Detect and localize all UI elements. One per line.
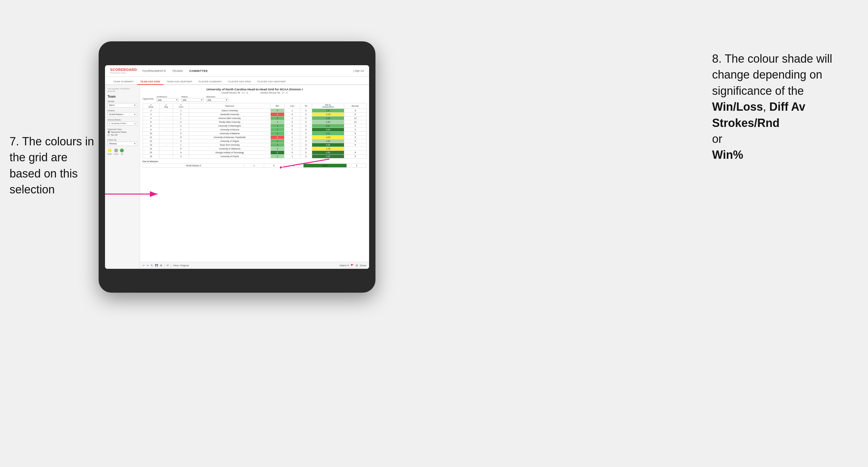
division-label: Division <box>107 110 137 112</box>
nav-links: TOURNAMENTS TEAMS COMMITTEE <box>142 69 208 72</box>
tab-player-h2h-grid[interactable]: PLAYER H2H GRID <box>225 80 254 85</box>
tab-player-h2h-heatmap[interactable]: PLAYER H2H HEATMAP <box>254 80 289 85</box>
nav-tournaments[interactable]: TOURNAMENTS <box>142 69 166 72</box>
legend-dot-up <box>120 149 124 152</box>
grid-area: University of North Carolina Head-to-Hea… <box>140 85 369 269</box>
division-dropdown[interactable]: NCAA Division I ▾ <box>107 112 137 117</box>
table-row: 12 3 University of Virginia 1 0 0 2.33 3 <box>143 139 367 143</box>
legend-dot-level <box>114 149 118 152</box>
radio-dot-2 <box>107 134 110 136</box>
sub-nav: TEAM SUMMARY TEAM H2H GRID TEAM H2H HEAT… <box>105 77 369 85</box>
col-rounds: Rounds <box>344 103 366 109</box>
table-row: 3 2 Vanderbilt University 0 4 0 -2.29 8 <box>143 113 367 117</box>
nav-bar: SCOREBOARD Powered by clippd TOURNAMENTS… <box>105 65 369 77</box>
main-content: Last Updated: 27/03/2024 16:55:28 Team G… <box>105 85 369 269</box>
annotation-left: 7. The colours in the grid are based on … <box>9 134 102 198</box>
out-of-division-table: NCAA Division II 1 0 0 26.00 3 <box>143 163 367 168</box>
region-filter: Region (All) ▾ <box>181 96 204 102</box>
table-row: 15 4 Georgia Institute of Technology 5 0… <box>143 151 367 155</box>
col-rank: #Rank <box>143 103 159 109</box>
table-row: 2 - 1 Auburn University 2 1 0 1.67 9 <box>143 109 367 113</box>
toolbar-flag[interactable]: 🚩 <box>351 264 354 267</box>
tab-team-h2h-heatmap[interactable]: TEAM H2H HEATMAP <box>163 80 196 85</box>
nav-committee[interactable]: COMMITTEE <box>189 69 208 72</box>
legend-level: Level <box>114 149 118 155</box>
table-row: 13 - 1 Texas Tech University 3 0 0 5.56 … <box>143 143 367 147</box>
toolbar-refresh[interactable]: ↻ <box>151 264 153 267</box>
logo: SCOREBOARD <box>110 68 137 71</box>
opponent-select[interactable]: (All) ▾ <box>206 98 228 102</box>
gender-label: Gender <box>107 100 137 102</box>
opponent-filter: Opponent (All) ▾ <box>206 96 228 102</box>
logo-sub: Powered by clippd <box>110 72 137 74</box>
radio-opponents-played[interactable]: Opponents Played <box>107 131 137 133</box>
toolbar-share[interactable]: Share <box>360 264 367 267</box>
tab-team-summary[interactable]: TEAM SUMMARY <box>110 80 137 85</box>
conference-select[interactable]: (All) ▾ <box>157 98 179 102</box>
toolbar-bottom: ↩ ↪ ↻ 💾 ⊞ ⏱ View: Original Watch ▾ 🚩 ⊞ S… <box>140 262 369 269</box>
filter-row: Opponents: Conference (All) ▾ Region (Al… <box>143 96 367 102</box>
region-select[interactable]: (All) ▾ <box>181 98 204 102</box>
toolbar-view[interactable]: View: Original <box>173 264 189 267</box>
arrow-left <box>105 189 162 199</box>
left-panel: Last Updated: 27/03/2024 16:55:28 Team G… <box>105 85 140 269</box>
toolbar-layout[interactable]: ⊞ <box>356 264 358 267</box>
radio-top100[interactable]: Top 100 <box>107 134 137 136</box>
legend-up: Up <box>120 149 124 155</box>
toolbar-divider-2 <box>171 264 171 268</box>
tab-team-h2h-grid[interactable]: TEAM H2H GRID <box>137 80 163 85</box>
out-of-division-row: NCAA Division II 1 0 0 26.00 3 <box>143 164 367 168</box>
col-tie: Tie <box>300 103 312 109</box>
table-row: 4 - 1 Arizona State University 5 1 0 2.2… <box>143 117 367 120</box>
opponent-view: Opponent View Opponents Played Top 100 <box>107 128 137 136</box>
col-opponent: Opponent <box>189 103 271 109</box>
conference-filter: Conference (All) ▾ <box>157 96 179 102</box>
arrow-right <box>280 156 331 172</box>
table-row: 14 5 University of Oklahoma 3 1 0 -1.00 <box>143 147 367 151</box>
annotation-right: 8. The colour shade will change dependin… <box>712 51 865 163</box>
nav-teams[interactable]: TEAMS <box>172 69 183 72</box>
out-of-division-label: Out of division <box>143 160 367 162</box>
col-diff: Diff AvStrokes/Rnd <box>312 103 344 109</box>
legend-dot-down <box>108 149 112 152</box>
table-row: 6 2 Florida State University 4 2 0 1.83 … <box>143 120 367 124</box>
table-row: 8 2 University of Washington 1 0 0 3.67 … <box>143 124 367 128</box>
col-win: Win <box>271 103 284 109</box>
school-dropdown[interactable]: 1. University of Nort... ▾ <box>107 122 137 126</box>
toolbar-clock[interactable]: ⏱ <box>166 264 169 267</box>
toolbar-grid[interactable]: ⊞ <box>160 264 162 267</box>
gender-dropdown[interactable]: Men's ▾ <box>107 103 137 107</box>
colour-legend: Down Level Up <box>107 149 137 155</box>
toolbar-save[interactable]: 💾 <box>155 264 158 267</box>
team-label: Team <box>107 95 137 98</box>
radio-dot-1 <box>107 131 110 133</box>
toolbar-undo[interactable]: ↩ <box>143 264 145 267</box>
col-conf: #Conf <box>173 103 189 109</box>
col-reg: #Reg <box>159 103 173 109</box>
tablet-frame: SCOREBOARD Powered by clippd TOURNAMENTS… <box>99 41 375 293</box>
toolbar-watch[interactable]: Watch ▾ <box>340 264 349 267</box>
toolbar-divider-1 <box>164 264 164 268</box>
legend-down: Down <box>107 149 112 155</box>
toolbar-redo[interactable]: ↪ <box>147 264 149 267</box>
table-row: 10 5 University of Alabama 3 0 0 2.61 8 <box>143 132 367 135</box>
table-row: 11 6 University of Arkansas, Fayettevill… <box>143 135 367 139</box>
table-row: 16 2 University of Florida 3 1 0 6.62 9 <box>143 155 367 158</box>
colour-by-dropdown[interactable]: Win/loss ▾ <box>107 142 137 146</box>
tab-player-summary[interactable]: PLAYER SUMMARY <box>195 80 225 85</box>
data-table: #Rank #Reg #Conf Opponent Win Loss Tie D… <box>143 103 367 158</box>
sign-out[interactable]: | Sign out <box>353 69 364 72</box>
last-updated: Last Updated: 27/03/2024 16:55:28 <box>107 88 137 93</box>
colour-by-section: Colour by Win/loss ▾ <box>107 139 137 146</box>
table-row: 9 - 1 University of Arizona 1 0 0 9.00 2 <box>143 128 367 132</box>
grid-title: University of North Carolina Head-to-Hea… <box>143 88 367 91</box>
col-loss: Loss <box>284 103 300 109</box>
svg-line-3 <box>283 159 329 167</box>
school-label: School (Rank) <box>107 119 137 121</box>
grid-subtitle: Overall Record: 89 - 17 - 0 Division Rec… <box>143 92 367 94</box>
